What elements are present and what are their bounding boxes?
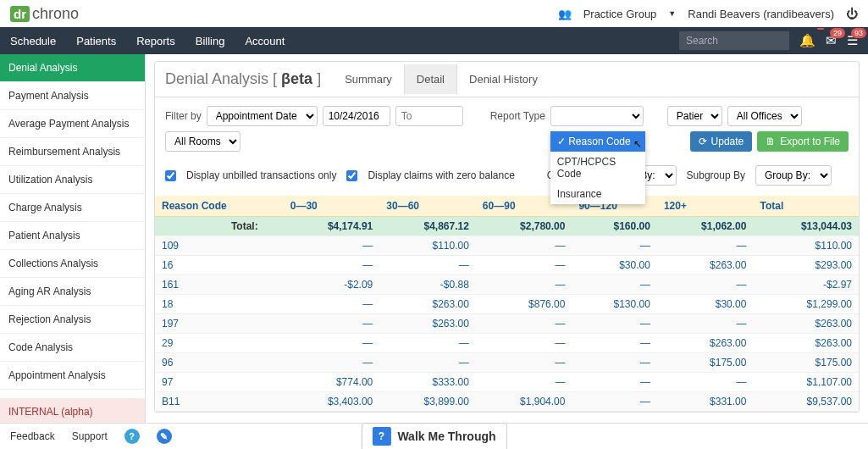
top-bar: dr chrono 👥 Practice Group ▼ Randi Beave… bbox=[0, 0, 868, 27]
search-input[interactable] bbox=[679, 31, 789, 50]
table-row[interactable]: 197—$263.00———$263.00 bbox=[155, 314, 859, 334]
nav-billing[interactable]: Billing bbox=[196, 35, 225, 47]
update-button[interactable]: ⟳Update bbox=[690, 131, 753, 152]
subgroup-by-label: Subgroup By bbox=[687, 169, 745, 181]
table-row[interactable]: 109—$110.00———$110.00 bbox=[155, 236, 859, 256]
export-button[interactable]: 🗎Export to File bbox=[757, 131, 849, 152]
sidebar-item-charge[interactable]: Charge Analysis bbox=[0, 194, 145, 222]
help-icon[interactable]: ? bbox=[124, 429, 140, 444]
navbar: Schedule Patients Reports Billing Accoun… bbox=[0, 27, 868, 54]
zero-balance-checkbox[interactable] bbox=[346, 170, 357, 181]
sidebar-item-code[interactable]: Code Analysis bbox=[0, 334, 145, 362]
table-row[interactable]: 18—$263.00$876.00$130.00$30.00$1,299.00 bbox=[155, 295, 859, 314]
refresh-icon: ⟳ bbox=[699, 136, 707, 147]
data-table: Reason Code 0—30 30—60 60—90 90—120 120+… bbox=[155, 196, 859, 412]
report-type-option-insurance[interactable]: Insurance bbox=[550, 184, 645, 204]
content: Denial Analysis [ βeta ] Summary Detail … bbox=[146, 54, 868, 449]
panel: Denial Analysis [ βeta ] Summary Detail … bbox=[154, 61, 860, 413]
report-type-select[interactable] bbox=[550, 106, 644, 126]
report-type-label: Report Type bbox=[490, 110, 545, 122]
table-header-row: Reason Code 0—30 30—60 60—90 90—120 120+… bbox=[155, 196, 859, 217]
walk-me-through[interactable]: ? Walk Me Through bbox=[361, 423, 506, 449]
col-30-60[interactable]: 30—60 bbox=[379, 196, 476, 217]
nav-account[interactable]: Account bbox=[245, 35, 285, 47]
user-name[interactable]: Randi Beavers bbox=[688, 8, 760, 20]
main: Denial Analysis Payment Analysis Average… bbox=[0, 54, 868, 449]
patient-select[interactable]: Patient bbox=[667, 106, 722, 126]
filter-row-2: Display unbilled transactions only Displ… bbox=[155, 160, 859, 196]
filter-by-label: Filter by bbox=[165, 110, 202, 122]
page-title: Denial Analysis [ βeta ] bbox=[165, 62, 333, 97]
nav-left: Schedule Patients Reports Billing Accoun… bbox=[10, 35, 285, 47]
sidebar-item-payment[interactable]: Payment Analysis bbox=[0, 82, 145, 110]
sidebar-item-aging[interactable]: Aging AR Analysis bbox=[0, 278, 145, 306]
nav-schedule[interactable]: Schedule bbox=[10, 35, 56, 47]
sidebar-item-patient[interactable]: Patient Analysis bbox=[0, 222, 145, 250]
report-type-option-reason[interactable]: ✓ Reason Code bbox=[550, 131, 645, 152]
sidebar-item-collections[interactable]: Collections Analysis bbox=[0, 250, 145, 278]
table-row[interactable]: B11$3,403.00$3,899.00$1,904.00—$331.00$9… bbox=[155, 392, 859, 412]
logo-chrono: chrono bbox=[32, 5, 79, 23]
sidebar: Denial Analysis Payment Analysis Average… bbox=[0, 54, 146, 449]
table-total-row: Total:$4,174.91$4,867.12$2,780.00$160.00… bbox=[155, 217, 859, 236]
walk-label: Walk Me Through bbox=[397, 430, 495, 443]
list-badge: 93 bbox=[851, 28, 866, 38]
sidebar-item-rejection[interactable]: Rejection Analysis bbox=[0, 306, 145, 334]
rooms-select[interactable]: All Rooms bbox=[165, 131, 240, 152]
alert-badge bbox=[817, 28, 824, 30]
nav-patients[interactable]: Patients bbox=[76, 35, 116, 47]
col-0-30[interactable]: 0—30 bbox=[284, 196, 380, 217]
sidebar-item-appointment[interactable]: Appointment Analysis bbox=[0, 362, 145, 390]
tab-detail[interactable]: Detail bbox=[404, 64, 457, 94]
nav-right: 🔔 ✉29 ☰93 bbox=[679, 31, 858, 50]
date-type-select[interactable]: Appointment Date bbox=[207, 106, 318, 126]
practice-group-label[interactable]: Practice Group bbox=[583, 8, 657, 20]
report-type-option-cpt[interactable]: CPT/HCPCS Code bbox=[550, 152, 645, 184]
sidebar-item-reimbursement[interactable]: Reimbursement Analysis bbox=[0, 138, 145, 166]
mail-badge: 29 bbox=[830, 28, 845, 38]
report-type-dropdown: ✓ Reason Code CPT/HCPCS Code Insurance ↖ bbox=[550, 131, 645, 204]
bell-icon[interactable]: 🔔 bbox=[799, 33, 815, 48]
tab-summary[interactable]: Summary bbox=[333, 64, 404, 94]
logo-dr: dr bbox=[10, 6, 30, 22]
col-reason[interactable]: Reason Code bbox=[155, 196, 284, 217]
nav-reports[interactable]: Reports bbox=[136, 35, 175, 47]
tab-denial-history[interactable]: Denial History bbox=[457, 64, 550, 94]
col-total[interactable]: Total bbox=[753, 196, 859, 217]
sidebar-item-utilization[interactable]: Utilization Analysis bbox=[0, 166, 145, 194]
unbilled-label: Display unbilled transactions only bbox=[186, 169, 336, 181]
to-date-input[interactable] bbox=[395, 106, 463, 126]
edit-icon[interactable]: ✎ bbox=[157, 429, 172, 444]
filter-bar: Filter by Appointment Date Report Type ✓… bbox=[155, 97, 859, 160]
mail-icon[interactable]: ✉29 bbox=[826, 33, 837, 48]
sidebar-item-denial[interactable]: Denial Analysis bbox=[0, 54, 145, 82]
table-row[interactable]: 96————$175.00$175.00 bbox=[155, 353, 859, 373]
group-icon: 👥 bbox=[558, 8, 572, 20]
feedback-link[interactable]: Feedback bbox=[10, 430, 55, 442]
sidebar-item-avg-payment[interactable]: Average Payment Analysis bbox=[0, 110, 145, 138]
unbilled-checkbox[interactable] bbox=[165, 170, 176, 181]
offices-select[interactable]: All Offices bbox=[727, 106, 802, 126]
col-120[interactable]: 120+ bbox=[657, 196, 754, 217]
zero-balance-label: Display claims with zero balance bbox=[368, 169, 514, 181]
user-handle: (randibeavers) bbox=[763, 8, 834, 20]
subgroup-by-select[interactable]: Group By: bbox=[755, 165, 832, 186]
panel-header: Denial Analysis [ βeta ] Summary Detail … bbox=[155, 62, 859, 97]
from-date-input[interactable] bbox=[323, 106, 390, 126]
table-row[interactable]: 29————$263.00$263.00 bbox=[155, 334, 859, 353]
support-link[interactable]: Support bbox=[72, 430, 108, 442]
file-icon: 🗎 bbox=[766, 136, 776, 147]
cursor-icon: ↖ bbox=[633, 138, 642, 150]
list-icon[interactable]: ☰93 bbox=[847, 33, 858, 48]
power-icon[interactable]: ⏻ bbox=[846, 7, 858, 20]
logo[interactable]: dr chrono bbox=[10, 5, 79, 23]
question-icon: ? bbox=[372, 427, 390, 446]
top-right: 👥 Practice Group ▼ Randi Beavers (randib… bbox=[558, 7, 858, 20]
footer: Feedback Support ? ✎ ? Walk Me Through bbox=[0, 423, 868, 449]
table-row[interactable]: 16———$30.00$263.00$293.00 bbox=[155, 256, 859, 275]
table-row[interactable]: 161-$2.09-$0.88———-$2.97 bbox=[155, 275, 859, 295]
table-row[interactable]: 97$774.00$333.00———$1,107.00 bbox=[155, 373, 859, 392]
chevron-down-icon[interactable]: ▼ bbox=[668, 9, 676, 18]
